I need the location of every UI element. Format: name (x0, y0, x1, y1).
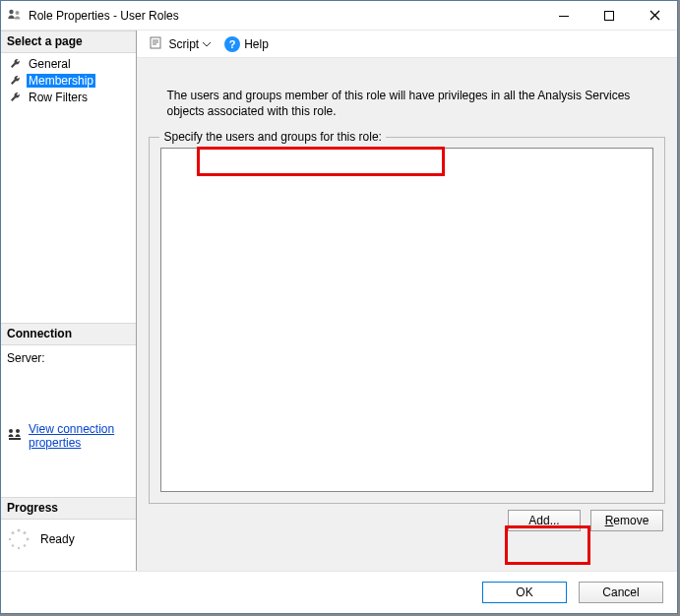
maximize-icon (604, 11, 614, 21)
page-nav: General Membership Row Filters (1, 53, 136, 107)
progress-spinner-icon (7, 527, 31, 551)
svg-point-6 (9, 429, 13, 433)
connection-panel: Server: (1, 345, 136, 420)
progress-panel: Ready (1, 520, 136, 571)
svg-point-10 (24, 531, 27, 534)
close-button[interactable] (632, 1, 677, 31)
specify-label: Specify the users and groups for this ro… (159, 130, 385, 144)
svg-point-13 (18, 547, 20, 549)
ok-button[interactable]: OK (482, 582, 567, 603)
svg-point-9 (17, 528, 20, 531)
svg-point-12 (24, 544, 27, 547)
titlebar: Role Properties - User Roles (1, 1, 677, 31)
members-button-row: Add... Remove (149, 504, 665, 533)
svg-point-0 (9, 9, 13, 13)
dialog-footer: OK Cancel (1, 571, 677, 613)
select-page-header: Select a page (1, 31, 136, 53)
close-icon (649, 10, 660, 21)
main-panel: The users and groups member of this role… (137, 58, 677, 571)
wrench-icon (9, 57, 23, 71)
connection-header: Connection (1, 323, 136, 345)
progress-status: Ready (40, 532, 75, 546)
toolstrip: Script ? Help (137, 31, 677, 58)
script-label: Script (168, 37, 199, 51)
cancel-button-label: Cancel (602, 585, 639, 599)
view-connection-row: View connection properties (1, 420, 136, 458)
connection-icon (7, 427, 23, 446)
svg-point-1 (16, 11, 20, 15)
nav-label: Membership (27, 74, 95, 88)
minimize-button[interactable] (541, 1, 587, 31)
help-label: Help (244, 37, 269, 51)
progress-header: Progress (1, 497, 136, 520)
svg-point-11 (27, 538, 30, 541)
cancel-button[interactable]: Cancel (579, 582, 663, 603)
script-icon (149, 34, 164, 53)
wrench-icon (9, 74, 23, 88)
members-groupbox: Specify the users and groups for this ro… (149, 137, 665, 504)
maximize-button[interactable] (587, 1, 632, 31)
ok-button-label: OK (516, 585, 532, 599)
role-app-icon (7, 8, 23, 24)
remove-button-label: Remove (605, 514, 649, 527)
svg-rect-3 (605, 11, 614, 20)
nav-item-row-filters[interactable]: Row Filters (1, 89, 136, 105)
content-pane: Script ? Help The users and groups membe… (137, 31, 677, 571)
remove-button[interactable]: Remove (590, 510, 663, 531)
dialog-window: Role Properties - User Roles Select a pa… (0, 0, 678, 614)
help-icon: ? (224, 36, 240, 52)
description-text: The users and groups member of this role… (149, 70, 665, 137)
sidebar: Select a page General Membership (1, 31, 137, 571)
nav-label: Row Filters (27, 91, 90, 104)
window-title: Role Properties - User Roles (29, 9, 179, 23)
svg-rect-8 (9, 438, 21, 440)
nav-item-general[interactable]: General (1, 55, 136, 72)
server-label: Server: (7, 351, 130, 365)
minimize-icon (559, 11, 569, 21)
add-button[interactable]: Add... (508, 510, 581, 531)
members-listbox[interactable] (160, 148, 653, 492)
svg-point-15 (9, 538, 11, 540)
script-button[interactable]: Script (145, 33, 215, 55)
svg-point-7 (16, 429, 20, 433)
svg-point-16 (12, 531, 15, 534)
svg-rect-2 (559, 16, 569, 17)
chevron-down-icon (203, 40, 211, 48)
nav-label: General (27, 57, 73, 71)
help-button[interactable]: ? Help (220, 33, 273, 55)
add-button-label: Add... (528, 514, 559, 527)
svg-point-14 (12, 544, 14, 546)
wrench-icon (9, 91, 23, 104)
nav-item-membership[interactable]: Membership (1, 72, 136, 89)
view-connection-link[interactable]: View connection properties (29, 422, 130, 450)
